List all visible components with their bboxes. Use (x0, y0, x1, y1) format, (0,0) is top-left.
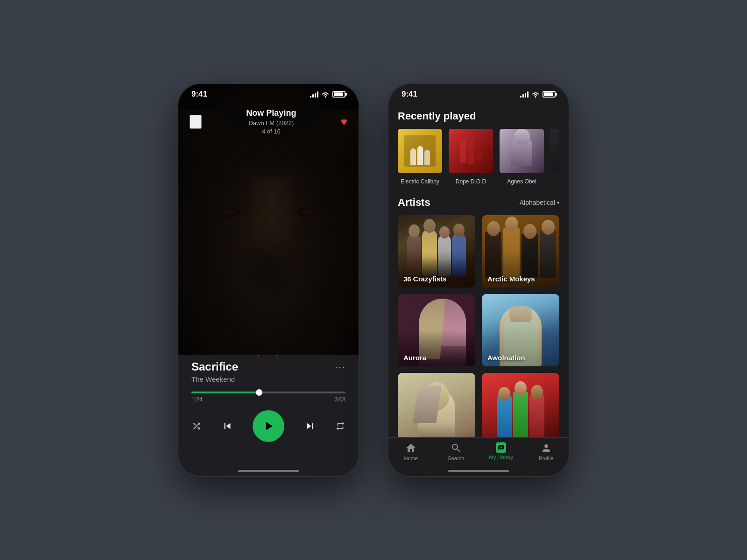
play-pause-button[interactable] (253, 410, 284, 442)
artist-thumb-extra1 (398, 373, 475, 437)
time-np: 9:41 (191, 90, 207, 99)
profile-icon (541, 442, 552, 454)
artists-grid: 36 Crazyfists (398, 215, 559, 437)
np-header: ← Now Playing Dawn FM (2022) 4 of 16 ♥ (178, 108, 359, 135)
prev-button[interactable] (221, 420, 233, 432)
rp-item-agnes[interactable]: Agnes Obel (500, 129, 544, 185)
library-scrollable[interactable]: Recently played (388, 103, 569, 437)
status-icons-lib (520, 91, 556, 98)
now-playing-screen: 9:41 ← Now Playing (178, 84, 359, 476)
np-title-block: Now Playing Dawn FM (2022) 4 of 16 (246, 108, 296, 135)
more-options-button[interactable]: ··· (335, 362, 345, 372)
nav-search-label: Search (448, 455, 464, 461)
signal-icon-np (310, 91, 318, 98)
next-button[interactable] (304, 420, 316, 432)
battery-icon-np (332, 91, 345, 98)
search-icon (451, 442, 462, 454)
rp-name-dope: Dope D.O.D (456, 178, 486, 185)
rp-thumb-hado (550, 129, 559, 173)
battery-icon-lib (543, 91, 556, 98)
np-controls-panel: ▲ Swipe for lyrics Sacrifice ··· The Wee… (178, 336, 359, 476)
my-library-icon (496, 442, 506, 453)
library-screen: 9:41 Recently played (388, 84, 569, 476)
repeat-button[interactable] (335, 421, 345, 431)
shuffle-button[interactable] (191, 421, 202, 431)
now-playing-phone: 9:41 ← Now Playing (177, 83, 359, 477)
sort-button[interactable]: Alphabetical ▾ (520, 199, 559, 206)
progress-track[interactable] (191, 392, 345, 393)
wifi-icon-lib (531, 91, 540, 98)
status-bar-lib: 9:41 (388, 84, 569, 99)
playback-controls (191, 410, 345, 442)
song-info-row: Sacrifice ··· (191, 360, 345, 373)
time-total: 3:08 (335, 396, 345, 403)
rp-thumb-ec (398, 129, 442, 173)
recently-played-header: Recently played (398, 110, 559, 122)
artists-header: Artists Alphabetical ▾ (398, 196, 559, 209)
album-info: Dawn FM (2022) (246, 119, 296, 126)
artist-thumb-extra2 (482, 373, 559, 437)
rp-item-dope[interactable]: Dope D.O.D (449, 129, 493, 185)
artist-card-extra2[interactable] (482, 373, 559, 437)
progress-bar[interactable]: 1:24 3:08 (191, 392, 345, 403)
artist-name-36crazyfists: 36 Crazyfists (403, 275, 447, 283)
artist-name-aurora: Aurora (403, 354, 426, 362)
nav-library[interactable]: My Library (487, 442, 515, 460)
recently-played-list: Electric Callboy Dope D.O.D (398, 129, 559, 185)
nav-home[interactable]: Home (397, 442, 425, 461)
status-icons-np (310, 91, 345, 98)
artist-card-arctic[interactable]: Arctic Mokeys (482, 215, 559, 287)
sort-label: Alphabetical (520, 199, 555, 206)
status-bar-np: 9:41 (178, 84, 359, 99)
artist-name-awolnation: Awolnation (487, 354, 525, 362)
home-icon (405, 442, 416, 454)
artist-name: The Weekend (191, 375, 345, 383)
wifi-icon-np (321, 91, 330, 98)
nav-search[interactable]: Search (442, 442, 470, 461)
track-position: 4 of 16 (246, 128, 296, 135)
library-phone: 9:41 Recently played (388, 83, 570, 477)
nav-home-label: Home (404, 455, 418, 461)
song-name: Sacrifice (191, 360, 238, 373)
artist-card-awolnation[interactable]: Awolnation (482, 294, 559, 366)
nav-library-label: My Library (489, 455, 513, 460)
home-indicator-lib (448, 470, 509, 472)
time-current: 1:24 (191, 396, 202, 403)
rp-item-ec[interactable]: Electric Callboy (398, 129, 442, 185)
rp-thumb-dope (449, 129, 493, 173)
artist-card-aurora[interactable]: Aurora (398, 294, 475, 366)
like-button[interactable]: ♥ (341, 115, 347, 128)
time-lib: 9:41 (402, 90, 417, 99)
back-button[interactable]: ← (190, 115, 202, 129)
artist-name-arctic: Arctic Mokeys (487, 275, 535, 283)
now-playing-label: Now Playing (246, 108, 296, 118)
home-indicator (238, 470, 299, 472)
rp-thumb-agnes (500, 129, 544, 173)
nav-profile-label: Profile (539, 455, 553, 461)
recently-played-title: Recently played (398, 110, 476, 122)
rp-item-hado[interactable]: Hado (550, 129, 559, 185)
nav-profile[interactable]: Profile (532, 442, 560, 461)
progress-times: 1:24 3:08 (191, 396, 345, 403)
progress-thumb (256, 389, 262, 396)
artist-card-36crazyfists[interactable]: 36 Crazyfists (398, 215, 475, 287)
artist-card-extra1[interactable] (398, 373, 475, 437)
signal-icon-lib (520, 91, 529, 98)
progress-fill (191, 392, 259, 393)
rp-name-agnes: Agnes Obel (507, 178, 536, 185)
sort-chevron-icon: ▾ (557, 200, 559, 205)
rp-name-ec: Electric Callboy (401, 178, 439, 185)
artists-title: Artists (398, 196, 430, 209)
